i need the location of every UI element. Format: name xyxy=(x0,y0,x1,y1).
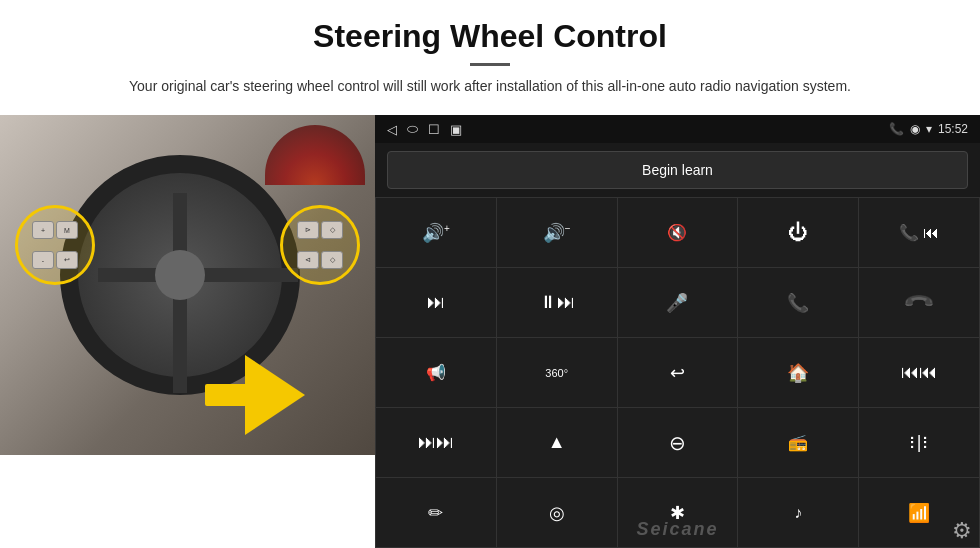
sw-btn-ok: ◇ xyxy=(321,251,343,269)
page-title: Steering Wheel Control xyxy=(60,18,920,55)
phone-status-icon: 📞 xyxy=(889,122,904,136)
ctrl-source[interactable]: ⊖ xyxy=(618,408,738,477)
ctrl-phone-prev[interactable]: 📞 ⏮ xyxy=(859,198,979,267)
ctrl-360[interactable]: 360° xyxy=(497,338,617,407)
status-left: ◁ ⬭ ☐ ▣ xyxy=(387,121,462,137)
title-divider xyxy=(470,63,510,66)
sw-btn-src: ↩ xyxy=(56,251,78,269)
sw-center xyxy=(155,250,205,300)
ctrl-mute[interactable]: 🔇 xyxy=(618,198,738,267)
ctrl-hang-up[interactable]: 📞 xyxy=(859,268,979,337)
ctrl-eq[interactable]: ⫶|⫶ xyxy=(859,408,979,477)
location-status-icon: ◉ xyxy=(910,122,920,136)
car-image-panel: + M - ↩ ⊳ ◇ ⊲ ◇ xyxy=(0,115,375,455)
ctrl-vol-up[interactable]: 🔊+ xyxy=(376,198,496,267)
status-right: 📞 ◉ ▾ 15:52 xyxy=(889,122,968,136)
android-panel: ◁ ⬭ ☐ ▣ 📞 ◉ ▾ 15:52 Begin learn xyxy=(375,115,980,548)
begin-learn-button[interactable]: Begin learn xyxy=(387,151,968,189)
ctrl-pause-next[interactable]: ⏸⏭ xyxy=(497,268,617,337)
back-icon[interactable]: ◁ xyxy=(387,122,397,137)
header-section: Steering Wheel Control Your original car… xyxy=(0,0,980,105)
sw-btn-menu: ◇ xyxy=(321,221,343,239)
ctrl-power[interactable]: ⏻ xyxy=(738,198,858,267)
signal-icon: ▣ xyxy=(450,122,462,137)
right-button-circle: ⊳ ◇ ⊲ ◇ xyxy=(280,205,360,285)
ctrl-custom1[interactable]: ✏ xyxy=(376,478,496,547)
ctrl-bluetooth[interactable]: ✱ xyxy=(618,478,738,547)
sw-btn-mode: M xyxy=(56,221,78,239)
ctrl-custom2[interactable]: ◎ xyxy=(497,478,617,547)
content-area: + M - ↩ ⊳ ◇ ⊲ ◇ xyxy=(0,115,980,548)
ctrl-radio[interactable]: 📻 xyxy=(738,408,858,477)
left-button-circle: + M - ↩ xyxy=(15,205,95,285)
ctrl-home[interactable]: 🏠 xyxy=(738,338,858,407)
controls-grid: 🔊+ 🔊− 🔇 ⏻ 📞 ⏮ ⏭ ⏸⏭ xyxy=(375,197,980,548)
ctrl-back[interactable]: ↩ xyxy=(618,338,738,407)
status-bar: ◁ ⬭ ☐ ▣ 📞 ◉ ▾ 15:52 xyxy=(375,115,980,143)
ctrl-vol-down[interactable]: 🔊− xyxy=(497,198,617,267)
ctrl-mic[interactable]: 🎤 xyxy=(618,268,738,337)
ctrl-skip-fwd[interactable]: ⏭ xyxy=(376,268,496,337)
clock: 15:52 xyxy=(938,122,968,136)
subtitle: Your original car's steering wheel contr… xyxy=(110,76,870,97)
ctrl-phone[interactable]: 📞 xyxy=(738,268,858,337)
begin-learn-row: Begin learn xyxy=(375,143,980,197)
gear-icon[interactable]: ⚙ xyxy=(952,518,972,544)
ctrl-music[interactable]: ♪ xyxy=(738,478,858,547)
sw-btn-vol-plus: + xyxy=(32,221,54,239)
sw-btn-prev: ⊳ xyxy=(297,221,319,239)
ctrl-prev-track[interactable]: ⏮⏮ xyxy=(859,338,979,407)
wifi-status-icon: ▾ xyxy=(926,122,932,136)
sw-btn-vol-minus: - xyxy=(32,251,54,269)
page-wrapper: Steering Wheel Control Your original car… xyxy=(0,0,980,548)
home-oval-icon[interactable]: ⬭ xyxy=(407,121,418,137)
recents-icon[interactable]: ☐ xyxy=(428,122,440,137)
arrow-overlay xyxy=(245,355,355,435)
ctrl-nav[interactable]: ▲ xyxy=(497,408,617,477)
ctrl-speaker[interactable]: 📢 xyxy=(376,338,496,407)
ctrl-fast-fwd[interactable]: ⏭⏭ xyxy=(376,408,496,477)
arrow-tail xyxy=(205,384,260,406)
sw-btn-next: ⊲ xyxy=(297,251,319,269)
